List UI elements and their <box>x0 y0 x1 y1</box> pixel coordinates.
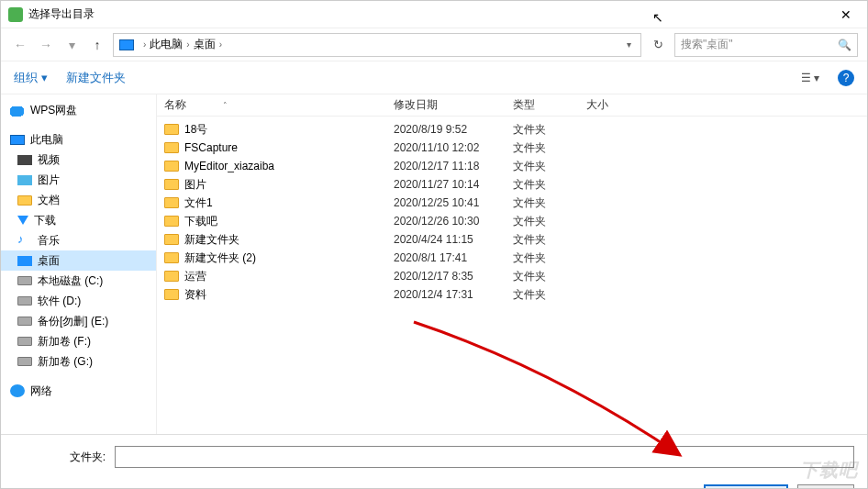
breadcrumb-thispc[interactable]: 此电脑 <box>150 37 183 52</box>
file-name: 运营 <box>184 269 394 284</box>
table-row[interactable]: 图片2020/11/27 10:14文件夹 <box>164 175 860 194</box>
sidebar-item-文档[interactable]: 文档 <box>1 190 156 210</box>
music-icon: ♪ <box>17 234 32 247</box>
titlebar: 选择导出目录 ✕ <box>1 1 867 28</box>
up-button[interactable]: ↑ <box>87 35 107 55</box>
file-name: 文件1 <box>184 195 394 211</box>
sidebar-item-wps[interactable]: WPS网盘 <box>1 100 156 120</box>
sidebar-item-label: 下载 <box>34 213 56 228</box>
sidebar-item-备份[勿删] (E:)[interactable]: 备份[勿删] (E:) <box>1 311 156 331</box>
sidebar-item-label: 音乐 <box>38 233 60 249</box>
pc-icon <box>119 39 134 50</box>
sidebar-item-thispc[interactable]: 此电脑 <box>1 129 156 150</box>
folder-icon <box>164 252 179 263</box>
search-icon[interactable]: 🔍 <box>838 39 851 51</box>
help-button[interactable]: ? <box>838 70 854 86</box>
close-button[interactable]: ✕ <box>832 7 860 22</box>
folder-icon <box>164 216 179 227</box>
select-folder-button[interactable]: 选择文件夹 <box>704 484 788 489</box>
navbar: ← → ▾ ↑ › 此电脑 › 桌面 › ▾ ↻ 搜索"桌面" 🔍 <box>1 28 867 61</box>
sidebar-item-新加卷 (F:)[interactable]: 新加卷 (F:) <box>1 331 156 351</box>
column-headers: 名称 ˄ 修改日期 类型 大小 <box>157 94 867 117</box>
sidebar-item-音乐[interactable]: ♪音乐 <box>1 230 156 250</box>
file-type: 文件夹 <box>513 140 586 156</box>
file-date: 2020/12/17 8:35 <box>394 270 513 283</box>
sidebar-item-桌面[interactable]: 桌面 <box>1 250 156 271</box>
main-area: WPS网盘 此电脑 视频图片文档下载♪音乐桌面本地磁盘 (C:)软件 (D:)备… <box>1 94 867 434</box>
file-name: 图片 <box>184 177 394 193</box>
pc-icon <box>10 135 25 145</box>
sidebar-item-下载[interactable]: 下载 <box>1 210 156 230</box>
desk-icon <box>17 256 32 266</box>
table-row[interactable]: FSCapture2020/11/10 12:02文件夹 <box>164 139 860 157</box>
sidebar-item-network[interactable]: 网络 <box>1 381 156 401</box>
toolbar: 组织 ▾ 新建文件夹 ☰ ▾ ? <box>1 61 867 94</box>
folder-input[interactable] <box>115 446 854 468</box>
sidebar-item-本地磁盘 (C:)[interactable]: 本地磁盘 (C:) <box>1 271 156 291</box>
sidebar-item-label: WPS网盘 <box>30 103 77 118</box>
table-row[interactable]: 新建文件夹 (2)2020/8/1 17:41文件夹 <box>164 249 860 267</box>
address-dropdown[interactable]: ▾ <box>623 39 635 50</box>
window-title: 选择导出目录 <box>28 6 832 22</box>
sidebar-item-label: 新加卷 (F:) <box>38 334 91 350</box>
breadcrumb-desktop[interactable]: 桌面 <box>194 37 216 52</box>
table-row[interactable]: 文件12020/12/25 10:41文件夹 <box>164 194 860 212</box>
folder-icon <box>17 195 32 206</box>
sidebar-item-label: 视频 <box>38 152 60 168</box>
sidebar-item-label: 此电脑 <box>30 132 63 148</box>
sidebar-item-label: 桌面 <box>38 253 60 269</box>
column-type[interactable]: 类型 <box>513 97 586 113</box>
sidebar-item-新加卷 (G:)[interactable]: 新加卷 (G:) <box>1 351 156 372</box>
pic-icon <box>17 175 32 185</box>
sidebar-item-图片[interactable]: 图片 <box>1 170 156 190</box>
search-placeholder: 搜索"桌面" <box>681 37 733 52</box>
table-row[interactable]: 18号2020/8/19 9:52文件夹 <box>164 120 860 139</box>
sidebar-item-label: 本地磁盘 (C:) <box>38 273 103 289</box>
file-date: 2020/11/27 10:14 <box>394 178 513 191</box>
table-row[interactable]: 运营2020/12/17 8:35文件夹 <box>164 267 860 285</box>
column-size[interactable]: 大小 <box>586 97 660 113</box>
app-icon <box>8 7 23 22</box>
sidebar-item-软件 (D:)[interactable]: 软件 (D:) <box>1 291 156 311</box>
file-type: 文件夹 <box>513 177 586 193</box>
organize-button[interactable]: 组织 ▾ <box>14 70 48 86</box>
table-row[interactable]: 下载吧2020/12/26 10:30文件夹 <box>164 212 860 230</box>
drive-icon <box>17 317 32 326</box>
search-input[interactable]: 搜索"桌面" 🔍 <box>674 33 858 57</box>
folder-icon <box>164 197 179 208</box>
refresh-button[interactable]: ↻ <box>647 38 669 51</box>
table-row[interactable]: MyEditor_xiazaiba2020/12/17 11:18文件夹 <box>164 157 860 175</box>
file-type: 文件夹 <box>513 250 586 266</box>
file-name: MyEditor_xiazaiba <box>184 160 394 172</box>
cancel-button[interactable]: 取消 <box>797 484 854 489</box>
address-bar[interactable]: › 此电脑 › 桌面 › ▾ <box>113 33 641 57</box>
view-button[interactable]: ☰ ▾ <box>801 72 819 84</box>
down-icon <box>17 216 28 225</box>
column-date[interactable]: 修改日期 <box>394 97 513 113</box>
folder-icon <box>164 289 179 300</box>
folder-icon <box>164 142 179 153</box>
file-date: 2020/4/24 11:15 <box>394 233 513 246</box>
forward-button[interactable]: → <box>36 35 56 55</box>
file-name: 新建文件夹 (2) <box>184 250 394 266</box>
drive-icon <box>17 296 32 306</box>
table-row[interactable]: 资料2020/12/4 17:31文件夹 <box>164 285 860 304</box>
folder-icon <box>164 179 179 190</box>
table-row[interactable]: 新建文件夹2020/4/24 11:15文件夹 <box>164 230 860 249</box>
sidebar-item-label: 备份[勿删] (E:) <box>38 314 108 329</box>
folder-label: 文件夹: <box>14 450 106 465</box>
folder-icon <box>164 124 179 135</box>
sidebar-item-视频[interactable]: 视频 <box>1 150 156 170</box>
folder-icon <box>164 234 179 245</box>
file-date: 2020/11/10 12:02 <box>394 141 513 154</box>
sidebar-item-label: 新加卷 (G:) <box>38 354 93 370</box>
file-date: 2020/12/17 11:18 <box>394 160 513 172</box>
new-folder-button[interactable]: 新建文件夹 <box>66 70 126 86</box>
video-icon <box>17 155 32 165</box>
column-name[interactable]: 名称 ˄ <box>164 97 394 113</box>
recent-dropdown[interactable]: ▾ <box>61 35 82 55</box>
sort-indicator-icon: ˄ <box>223 101 228 110</box>
file-name: 18号 <box>184 122 394 138</box>
file-type: 文件夹 <box>513 232 586 248</box>
back-button[interactable]: ← <box>10 35 30 55</box>
